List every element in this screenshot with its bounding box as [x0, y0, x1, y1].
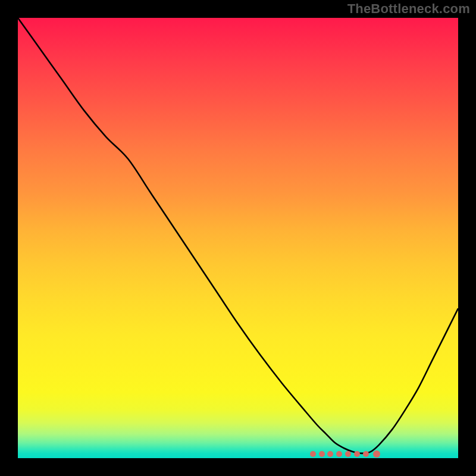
bottleneck-curve: [18, 18, 458, 458]
chart-frame: TheBottleneck.com: [0, 0, 476, 476]
watermark-text: TheBottleneck.com: [347, 1, 470, 17]
curve-path: [18, 18, 458, 453]
plot-area: [18, 18, 458, 458]
